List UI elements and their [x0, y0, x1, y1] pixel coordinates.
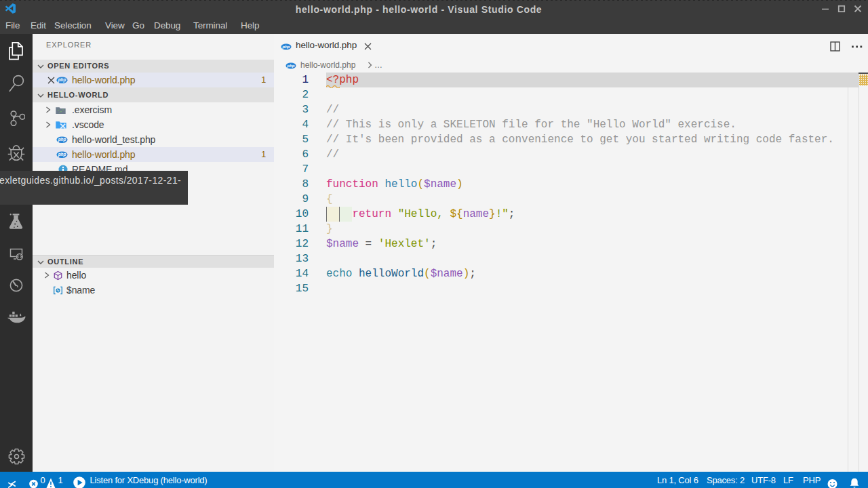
svg-text:php: php [57, 152, 66, 157]
svg-text:php: php [57, 137, 66, 142]
svg-text:php: php [286, 64, 294, 68]
svg-text:php: php [57, 77, 66, 83]
svg-text:php: php [281, 45, 290, 49]
